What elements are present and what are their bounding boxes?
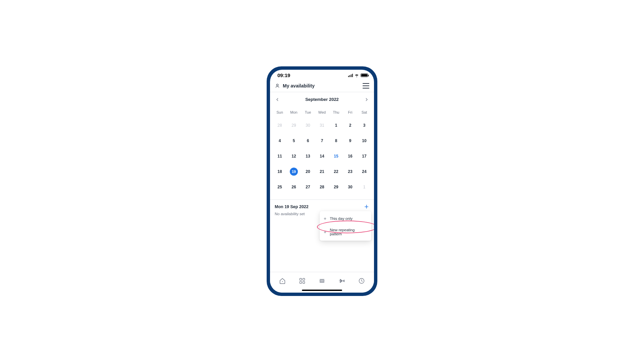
calendar-day[interactable]: 22 — [329, 164, 343, 179]
battery-icon — [361, 73, 368, 77]
svg-rect-5 — [320, 280, 324, 282]
plane-icon — [338, 277, 345, 285]
calendar-day[interactable]: 27 — [301, 179, 315, 195]
calendar-week: 28293031123 — [273, 118, 371, 133]
calendar-day: 31 — [315, 118, 329, 133]
phone-frame: 09:19 My availability September 2022 Sun… — [267, 66, 377, 296]
home-indicator[interactable] — [302, 290, 342, 291]
weekday-label: Wed — [315, 108, 329, 118]
calendar-day[interactable]: 18 — [273, 164, 287, 179]
nav-plane[interactable] — [337, 276, 346, 286]
weekday-label: Sun — [273, 108, 287, 118]
screen: 09:19 My availability September 2022 Sun… — [270, 70, 374, 293]
add-button[interactable]: + — [364, 204, 369, 209]
user-icon — [275, 83, 280, 88]
nav-clock[interactable] — [357, 276, 366, 286]
selected-date-label: Mon 19 Sep 2022 — [275, 204, 309, 209]
menu-this-day-only[interactable]: + This day only — [320, 213, 371, 225]
home-icon — [279, 277, 286, 285]
calendar-day: 28 — [273, 118, 287, 133]
calendar-day: 29 — [287, 118, 301, 133]
calendar-day[interactable]: 12 — [287, 148, 301, 164]
svg-rect-1 — [300, 279, 302, 281]
weekday-label: Fri — [343, 108, 357, 118]
calendar-day[interactable]: 29 — [329, 179, 343, 195]
calendar-day[interactable]: 16 — [343, 148, 357, 164]
weekday-header: SunMonTueWedThuFriSat — [273, 108, 371, 118]
svg-rect-2 — [303, 279, 305, 281]
calendar-day[interactable]: 13 — [301, 148, 315, 164]
calendar-day[interactable]: 3 — [357, 118, 371, 133]
calendar-week: 2526272829301 — [273, 179, 371, 195]
calendar-day[interactable]: 20 — [301, 164, 315, 179]
menu-item-label: New repeating pattern — [330, 228, 367, 236]
calendar-day[interactable]: 23 — [343, 164, 357, 179]
calendar-day[interactable]: 21 — [315, 164, 329, 179]
weekday-label: Thu — [329, 108, 343, 118]
signal-icon — [348, 74, 353, 77]
calendar-day[interactable]: 2 — [343, 118, 357, 133]
calendar-day[interactable]: 10 — [357, 133, 371, 148]
wifi-icon — [354, 73, 359, 77]
menu-item-label: This day only — [330, 217, 353, 221]
calendar-day[interactable]: 11 — [273, 148, 287, 164]
calendar-day[interactable]: 14 — [315, 148, 329, 164]
chevron-right-icon[interactable] — [364, 97, 369, 102]
calendar: SunMonTueWedThuFriSat 282930311234567891… — [270, 107, 374, 200]
svg-point-0 — [282, 281, 283, 282]
calendar-day[interactable]: 26 — [287, 179, 301, 195]
plus-icon: + — [324, 229, 326, 235]
month-nav: September 2022 — [270, 92, 374, 107]
calendar-day[interactable]: 9 — [343, 133, 357, 148]
nav-grid[interactable] — [298, 276, 307, 286]
weekday-label: Mon — [287, 108, 301, 118]
add-menu: + This day only + New repeating pattern — [320, 211, 371, 241]
month-label: September 2022 — [305, 97, 339, 102]
calendar-day[interactable]: 24 — [357, 164, 371, 179]
calendar-week: 18192021222324 — [273, 164, 371, 179]
nav-home[interactable] — [278, 276, 287, 286]
calendar-week: 45678910 — [273, 133, 371, 148]
calendar-day[interactable]: 25 — [273, 179, 287, 195]
grid-icon — [299, 278, 306, 284]
menu-new-repeating-pattern[interactable]: + New repeating pattern — [320, 225, 371, 239]
calendar-day[interactable]: 4 — [273, 133, 287, 148]
calendar-day[interactable]: 8 — [329, 133, 343, 148]
calendar-day[interactable]: 6 — [301, 133, 315, 148]
status-time: 09:19 — [277, 72, 290, 78]
calendar-day: 1 — [357, 179, 371, 195]
weekday-label: Tue — [301, 108, 315, 118]
plus-icon: + — [324, 216, 326, 221]
list-icon — [318, 277, 326, 285]
calendar-day[interactable]: 5 — [287, 133, 301, 148]
chevron-left-icon[interactable] — [275, 97, 280, 102]
status-bar: 09:19 — [270, 70, 374, 81]
calendar-day[interactable]: 19 — [287, 164, 301, 179]
status-icons — [348, 73, 368, 77]
app-header: My availability — [270, 81, 374, 92]
day-detail: Mon 19 Sep 2022 + No availability set + … — [270, 200, 374, 272]
menu-icon[interactable] — [363, 83, 369, 88]
svg-rect-4 — [303, 282, 305, 284]
weekday-label: Sat — [357, 108, 371, 118]
page-title: My availability — [283, 83, 315, 88]
clock-icon — [358, 278, 365, 284]
svg-rect-3 — [300, 282, 302, 284]
calendar-day[interactable]: 28 — [315, 179, 329, 195]
calendar-day[interactable]: 1 — [329, 118, 343, 133]
nav-list[interactable] — [317, 276, 327, 286]
calendar-week: 11121314151617 — [273, 148, 371, 164]
calendar-day[interactable]: 15 — [329, 148, 343, 164]
calendar-day[interactable]: 17 — [357, 148, 371, 164]
calendar-day: 30 — [301, 118, 315, 133]
calendar-day[interactable]: 30 — [343, 179, 357, 195]
calendar-day[interactable]: 7 — [315, 133, 329, 148]
